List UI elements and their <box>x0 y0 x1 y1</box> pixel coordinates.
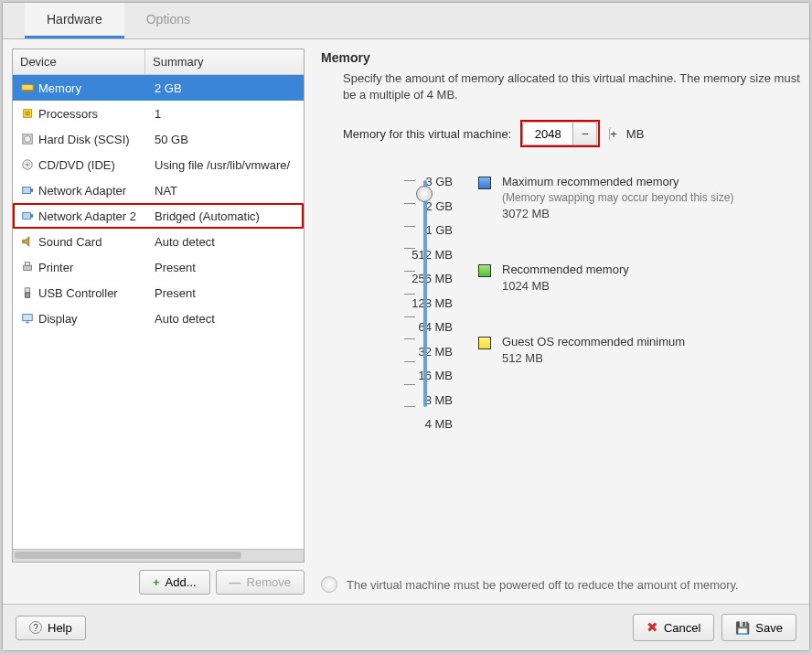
svg-rect-1 <box>23 91 24 92</box>
swatch-yellow-icon <box>478 337 491 349</box>
device-panel: Device Summary Memory 2 GB Processors 1 <box>12 48 304 595</box>
slider-track[interactable] <box>423 180 427 407</box>
tab-bar: Hardware Options <box>3 3 809 39</box>
save-icon: 💾 <box>735 621 750 635</box>
remove-button: — Remove <box>216 570 304 595</box>
svg-rect-16 <box>31 214 34 218</box>
device-table-header: Device Summary <box>13 49 304 75</box>
add-button[interactable]: + Add... <box>139 570 210 595</box>
row-summary: 50 GB <box>151 133 296 146</box>
content-area: Device Summary Memory 2 GB Processors 1 <box>3 39 809 604</box>
memory-field-label: Memory for this virtual machine: <box>343 127 511 141</box>
nic-icon <box>20 209 35 223</box>
svg-rect-8 <box>25 111 29 115</box>
table-row-usb[interactable]: USB Controller Present <box>13 280 304 306</box>
memory-icon <box>20 80 35 95</box>
table-row-memory[interactable]: Memory 2 GB <box>13 75 304 101</box>
cancel-button[interactable]: ✖ Cancel <box>633 614 714 641</box>
minus-icon: — <box>230 575 241 589</box>
svg-rect-3 <box>26 91 27 92</box>
legend-rec-title: Recommended memory <box>502 263 629 276</box>
svg-rect-6 <box>31 91 32 92</box>
row-label: Network Adapter <box>38 184 151 198</box>
swatch-blue-icon <box>478 177 491 189</box>
svg-rect-4 <box>27 91 28 92</box>
memory-input[interactable] <box>522 122 573 145</box>
cpu-icon <box>20 106 35 121</box>
horizontal-scrollbar[interactable] <box>13 549 304 562</box>
device-buttons: + Add... — Remove <box>12 570 304 595</box>
svg-marker-17 <box>23 237 29 247</box>
memory-increment[interactable]: + <box>609 127 617 141</box>
row-label: Display <box>38 312 151 326</box>
table-row-sound[interactable]: Sound Card Auto detect <box>13 229 304 254</box>
memory-stepper-highlight: − <box>520 120 600 147</box>
svg-rect-14 <box>31 188 34 192</box>
memory-legend: Maximum recommended memory (Memory swapp… <box>478 173 733 434</box>
table-row-hard-disk[interactable]: Hard Disk (SCSI) 50 GB <box>13 126 304 152</box>
help-label: Help <box>48 621 72 635</box>
table-row-display[interactable]: Display Auto detect <box>13 306 304 331</box>
nic-icon <box>20 183 35 198</box>
bulb-icon <box>321 576 337 593</box>
memory-desc: Specify the amount of memory allocated t… <box>343 70 800 103</box>
dialog-footer: ? Help ✖ Cancel 💾 Save <box>3 604 809 650</box>
legend-min: Guest OS recommended minimum 512 MB <box>478 335 733 365</box>
memory-unit: MB <box>626 127 645 141</box>
sound-icon <box>20 234 35 249</box>
svg-point-10 <box>25 136 31 143</box>
svg-rect-2 <box>25 91 26 92</box>
vm-settings-dialog: Hardware Options Device Summary Memory 2… <box>2 2 810 651</box>
display-icon <box>20 311 35 326</box>
col-summary[interactable]: Summary <box>145 49 304 74</box>
table-row-nic1[interactable]: Network Adapter NAT <box>13 177 304 203</box>
svg-point-12 <box>27 164 29 166</box>
svg-rect-22 <box>23 315 33 321</box>
save-label: Save <box>755 621 783 635</box>
table-row-nic2[interactable]: Network Adapter 2 Bridged (Automatic) <box>13 203 304 229</box>
plus-icon: + <box>153 575 160 589</box>
legend-max-val: 3072 MB <box>502 207 733 220</box>
printer-icon <box>20 260 35 274</box>
hint-text: The virtual machine must be powered off … <box>347 578 739 592</box>
remove-label: Remove <box>247 575 291 589</box>
row-summary: Bridged (Automatic) <box>151 209 296 223</box>
col-device[interactable]: Device <box>13 49 145 74</box>
save-button[interactable]: 💾 Save <box>721 614 796 641</box>
svg-rect-21 <box>25 293 29 297</box>
table-row-processors[interactable]: Processors 1 <box>13 101 304 126</box>
cancel-icon: ✖ <box>646 619 658 636</box>
row-label: Network Adapter 2 <box>38 209 151 223</box>
legend-max-sub: (Memory swapping may occur beyond this s… <box>502 191 733 204</box>
tab-hardware[interactable]: Hardware <box>25 3 124 38</box>
memory-stepper: − <box>522 122 597 145</box>
legend-min-val: 512 MB <box>502 351 685 365</box>
tick-marks <box>404 180 415 407</box>
svg-rect-13 <box>23 188 31 194</box>
memory-slider[interactable]: 3 GB 2 GB 1 GB 512 MB 256 MB 128 MB 64 M… <box>347 173 453 434</box>
cancel-label: Cancel <box>664 621 700 635</box>
memory-hint: The virtual machine must be powered off … <box>321 576 800 593</box>
row-label: Sound Card <box>38 235 151 249</box>
device-table: Device Summary Memory 2 GB Processors 1 <box>12 48 304 563</box>
row-label: Processors <box>38 107 151 121</box>
tab-options[interactable]: Options <box>124 3 212 38</box>
table-row-printer[interactable]: Printer Present <box>13 254 304 280</box>
row-summary: Using file /usr/lib/vmware/ <box>151 158 296 172</box>
svg-rect-19 <box>25 263 29 266</box>
help-icon: ? <box>29 621 42 634</box>
legend-rec: Recommended memory 1024 MB <box>478 263 733 293</box>
row-summary: Present <box>151 286 296 300</box>
help-button[interactable]: ? Help <box>16 616 86 640</box>
hdd-icon <box>20 132 35 146</box>
memory-decrement[interactable]: − <box>573 122 597 145</box>
row-summary: 1 <box>151 107 296 121</box>
legend-max-title: Maximum recommended memory <box>502 175 733 188</box>
row-label: Memory <box>38 81 151 95</box>
svg-rect-23 <box>26 322 29 324</box>
add-label: Add... <box>166 575 197 589</box>
swatch-green-icon <box>478 264 491 277</box>
disc-icon <box>20 157 35 172</box>
table-row-cddvd[interactable]: CD/DVD (IDE) Using file /usr/lib/vmware/ <box>13 152 304 177</box>
row-label: Printer <box>38 261 151 274</box>
